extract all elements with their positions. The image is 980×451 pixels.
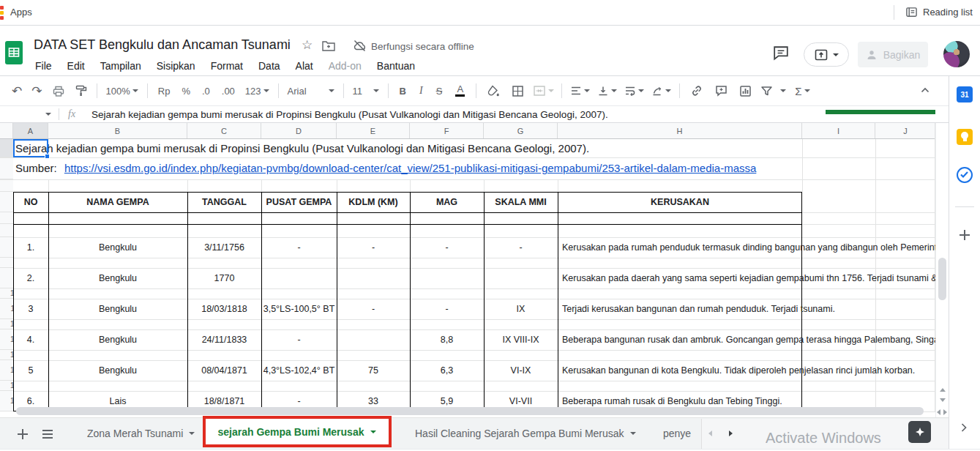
- table-cell[interactable]: [337, 268, 410, 288]
- table-cell[interactable]: Terjadi kerusakan bangunan dan rumah pen…: [558, 299, 807, 319]
- name-box[interactable]: [0, 106, 59, 122]
- column-header-e[interactable]: E: [337, 123, 410, 138]
- fill-color-button[interactable]: [487, 85, 500, 97]
- filter-caret-icon[interactable]: [780, 89, 786, 92]
- get-addons-button[interactable]: [960, 230, 970, 240]
- row-header[interactable]: 10: [0, 288, 13, 299]
- table-cell[interactable]: 4.: [13, 329, 48, 350]
- present-button[interactable]: [804, 42, 849, 67]
- table-header-cell[interactable]: NAMA GEMPA: [48, 192, 187, 212]
- text-color-button[interactable]: A: [455, 85, 465, 97]
- calendar-icon[interactable]: 31: [957, 86, 973, 102]
- text-rotation-button[interactable]: [651, 86, 671, 97]
- table-cell[interactable]: -: [337, 237, 410, 258]
- table-cell[interactable]: -: [410, 299, 484, 319]
- table-header-cell[interactable]: KDLM (KM): [337, 192, 410, 212]
- table-cell[interactable]: 1.: [13, 237, 48, 258]
- row-header[interactable]: 15: [0, 360, 13, 381]
- row-header[interactable]: 13: [0, 329, 13, 350]
- table-cell[interactable]: 3,5°LS-100,5° BT: [261, 299, 337, 319]
- zoom-select[interactable]: 100%: [106, 86, 138, 97]
- table-cell[interactable]: IX: [484, 299, 558, 319]
- row-header[interactable]: 6: [0, 224, 13, 237]
- table-cell[interactable]: Bengkulu: [48, 299, 187, 319]
- table-cell[interactable]: 6,3: [410, 360, 484, 381]
- borders-button[interactable]: [512, 85, 524, 97]
- cloud-off-icon[interactable]: [353, 40, 367, 52]
- table-cell[interactable]: Beberapa bangunan rusak dan ambruk. Gonc…: [558, 329, 807, 350]
- format-percent-button[interactable]: %: [182, 86, 190, 97]
- cell-a2-text[interactable]: Sumber: https://vsi.esdm.go.id/index.php…: [15, 157, 756, 179]
- undo-button[interactable]: ↶: [12, 83, 22, 99]
- sheets-logo-icon[interactable]: [4, 40, 23, 65]
- tab-caret-icon[interactable]: [189, 432, 195, 435]
- table-header-cell[interactable]: NO: [13, 192, 48, 212]
- menu-item-edit[interactable]: Edit: [66, 59, 86, 73]
- more-formats-button[interactable]: 123: [245, 86, 269, 97]
- table-cell[interactable]: Bengkulu: [48, 360, 187, 381]
- table-cell[interactable]: -: [261, 237, 337, 258]
- functions-button[interactable]: Σ: [795, 85, 809, 97]
- collapse-sidepanel-button[interactable]: [958, 422, 970, 433]
- table-cell[interactable]: [261, 268, 337, 288]
- table-cell[interactable]: Bengkulu: [48, 329, 187, 350]
- tasks-icon[interactable]: [957, 167, 973, 183]
- table-cell[interactable]: 1770: [187, 268, 261, 288]
- keep-icon[interactable]: [957, 129, 973, 145]
- table-cell[interactable]: -: [410, 237, 484, 258]
- scroll-left-button[interactable]: [937, 409, 940, 415]
- menu-item-tampilan[interactable]: Tampilan: [99, 59, 143, 73]
- column-header-g[interactable]: G: [484, 123, 558, 138]
- table-cell[interactable]: [484, 268, 558, 288]
- decrease-decimal-button[interactable]: .0: [202, 86, 210, 97]
- redo-button[interactable]: ↷: [31, 83, 42, 99]
- tab-scroll-left-button[interactable]: [708, 430, 712, 436]
- add-sheet-button[interactable]: [18, 429, 28, 439]
- apps-grid-icon[interactable]: [0, 6, 5, 20]
- row-header[interactable]: 16: [0, 381, 13, 391]
- tab-penye[interactable]: penye: [657, 418, 707, 449]
- doc-title[interactable]: DATA SET Bengkulu dan Ancaman Tsunami: [34, 37, 291, 53]
- row-header[interactable]: 17: [0, 391, 13, 411]
- table-header-cell[interactable]: KERUSAKAN: [558, 192, 802, 212]
- table-cell[interactable]: VI-IX: [484, 360, 558, 381]
- move-folder-icon[interactable]: [322, 40, 335, 51]
- comment-history-button[interactable]: [773, 45, 789, 61]
- row-header[interactable]: 12: [0, 319, 13, 329]
- tab-scroll-right-button[interactable]: [729, 430, 733, 436]
- format-currency-button[interactable]: Rp: [158, 86, 171, 97]
- table-header-cell[interactable]: MAG: [410, 192, 484, 212]
- bold-button[interactable]: B: [400, 86, 406, 97]
- column-header-i[interactable]: I: [802, 123, 875, 138]
- menu-item-alat[interactable]: Alat: [294, 59, 315, 73]
- explore-button[interactable]: [908, 421, 931, 443]
- increase-decimal-button[interactable]: .00: [222, 86, 235, 97]
- menu-item-sisipkan[interactable]: Sisipkan: [155, 59, 197, 73]
- menu-item-bantuan[interactable]: Bantuan: [375, 59, 416, 73]
- table-cell[interactable]: -: [261, 329, 337, 350]
- collapse-toolbar-button[interactable]: [919, 85, 931, 95]
- vertical-align-button[interactable]: [597, 86, 617, 97]
- column-header-a[interactable]: A: [13, 123, 48, 138]
- formula-input[interactable]: Sejarah kejadian gempa bumi merusak di P…: [91, 109, 816, 120]
- row-header[interactable]: 5: [0, 212, 13, 224]
- paint-format-button[interactable]: [75, 84, 88, 97]
- table-cell[interactable]: 24/11/1833: [187, 329, 261, 350]
- table-cell[interactable]: Kerusakan pada rumah penduduk termasuk d…: [558, 237, 807, 258]
- insert-link-button[interactable]: [690, 84, 703, 97]
- reading-list-icon[interactable]: [905, 6, 918, 18]
- insert-comment-button[interactable]: [715, 85, 727, 97]
- italic-button[interactable]: I: [419, 85, 423, 97]
- column-header-j[interactable]: J: [875, 123, 935, 138]
- apps-label[interactable]: Apps: [10, 7, 32, 18]
- scroll-down-button[interactable]: [940, 398, 946, 402]
- scroll-right-button[interactable]: [943, 409, 947, 415]
- filter-button[interactable]: [760, 86, 773, 97]
- table-header-cell[interactable]: TANGGAL: [187, 192, 261, 212]
- active-tab-caret-icon[interactable]: [370, 430, 376, 433]
- horizontal-align-button[interactable]: [570, 86, 590, 96]
- row-header[interactable]: 8: [0, 258, 13, 268]
- table-cell[interactable]: Kerusakan bangunan di kota Bengkulu. Tid…: [558, 360, 807, 381]
- text-wrap-button[interactable]: [624, 86, 644, 96]
- table-cell[interactable]: Bengkulu: [48, 237, 187, 258]
